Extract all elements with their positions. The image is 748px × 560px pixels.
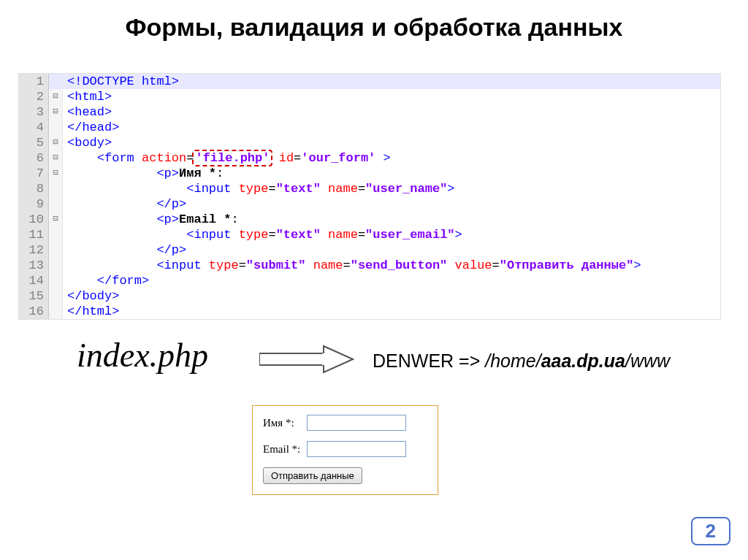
name-input[interactable] bbox=[307, 415, 406, 431]
code-content: <head> bbox=[63, 104, 720, 120]
email-label: Email *: bbox=[263, 443, 307, 456]
name-label: Имя *: bbox=[263, 417, 307, 429]
code-content: <form action='file.php' id='our_form' > bbox=[63, 150, 720, 166]
code-content: </body> bbox=[63, 288, 720, 304]
fold-icon[interactable]: ⊟ bbox=[49, 89, 63, 104]
fold-icon[interactable]: ⊟ bbox=[49, 135, 63, 150]
line-number: 1 bbox=[19, 74, 49, 89]
fold-icon bbox=[49, 120, 63, 135]
code-line: 5⊟<body> bbox=[19, 135, 720, 150]
path-pre: /home/ bbox=[485, 350, 541, 371]
line-number: 9 bbox=[19, 196, 49, 212]
code-content: <body> bbox=[63, 135, 720, 150]
code-line: 15</body> bbox=[19, 288, 720, 304]
code-line: 11 <input type="text" name="user_email"> bbox=[19, 227, 720, 242]
submit-button[interactable]: Отправить данные bbox=[263, 467, 362, 484]
fold-icon bbox=[49, 196, 63, 212]
form-preview: Имя *: Email *: Отправить данные bbox=[252, 405, 438, 495]
highlighted-value: 'file.php' bbox=[192, 150, 272, 166]
svg-rect-0 bbox=[259, 353, 324, 365]
fold-icon bbox=[49, 74, 63, 89]
code-line: 1<!DOCTYPE html> bbox=[19, 74, 720, 89]
line-number: 10 bbox=[19, 212, 49, 227]
path-prefix: DENWER => bbox=[373, 350, 485, 371]
code-line: 13 <input type="submit" name="send_butto… bbox=[19, 258, 720, 273]
arrow-icon bbox=[259, 343, 354, 375]
line-number: 16 bbox=[19, 304, 49, 319]
code-line: 9 </p> bbox=[19, 196, 720, 212]
path-post: /www bbox=[625, 350, 670, 371]
fold-icon[interactable]: ⊟ bbox=[49, 212, 63, 227]
fold-icon bbox=[49, 273, 63, 288]
line-number: 12 bbox=[19, 242, 49, 258]
page-number-badge: 2 bbox=[691, 517, 730, 545]
code-content: </p> bbox=[63, 196, 720, 212]
fold-icon[interactable]: ⊟ bbox=[49, 150, 63, 166]
code-line: 2⊟<html> bbox=[19, 89, 720, 104]
svg-marker-1 bbox=[324, 346, 353, 372]
code-content: <!DOCTYPE html> bbox=[63, 74, 720, 89]
fold-icon bbox=[49, 227, 63, 242]
code-content: <input type="text" name="user_name"> bbox=[63, 181, 720, 196]
code-line: 10⊟ <p>Email *: bbox=[19, 212, 720, 227]
fold-icon bbox=[49, 304, 63, 319]
code-line: 16</html> bbox=[19, 304, 720, 319]
code-content: <input type="text" name="user_email"> bbox=[63, 227, 720, 242]
code-content: <p>Имя *: bbox=[63, 166, 720, 181]
code-line: 14 </form> bbox=[19, 273, 720, 288]
line-number: 2 bbox=[19, 89, 49, 104]
line-number: 4 bbox=[19, 120, 49, 135]
fold-icon[interactable]: ⊟ bbox=[49, 166, 63, 181]
fold-icon bbox=[49, 258, 63, 273]
code-content: </html> bbox=[63, 304, 720, 319]
code-line: 6⊟ <form action='file.php' id='our_form'… bbox=[19, 150, 720, 166]
svg-rect-2 bbox=[322, 353, 325, 365]
code-content: <input type="submit" name="send_button" … bbox=[63, 258, 720, 273]
code-content: <p>Email *: bbox=[63, 212, 720, 227]
code-content: </p> bbox=[63, 242, 720, 258]
fold-icon[interactable]: ⊟ bbox=[49, 104, 63, 120]
line-number: 11 bbox=[19, 227, 49, 242]
code-line: 8 <input type="text" name="user_name"> bbox=[19, 181, 720, 196]
filename-label: index.php bbox=[77, 336, 208, 375]
code-content: <html> bbox=[63, 89, 720, 104]
code-editor: 1<!DOCTYPE html>2⊟<html>3⊟<head>4</head>… bbox=[18, 73, 721, 320]
deploy-path: DENWER => /home/aaa.dp.ua/www bbox=[373, 350, 670, 372]
code-content: </form> bbox=[63, 273, 720, 288]
code-line: 3⊟<head> bbox=[19, 104, 720, 120]
code-line: 12 </p> bbox=[19, 242, 720, 258]
code-line: 4</head> bbox=[19, 120, 720, 135]
line-number: 3 bbox=[19, 104, 49, 120]
code-content: </head> bbox=[63, 120, 720, 135]
code-line: 7⊟ <p>Имя *: bbox=[19, 166, 720, 181]
line-number: 5 bbox=[19, 135, 49, 150]
line-number: 13 bbox=[19, 258, 49, 273]
email-input[interactable] bbox=[307, 441, 406, 457]
fold-icon bbox=[49, 242, 63, 258]
line-number: 14 bbox=[19, 273, 49, 288]
path-domain: aaa.dp.ua bbox=[541, 350, 625, 371]
fold-icon bbox=[49, 288, 63, 304]
fold-icon bbox=[49, 181, 63, 196]
slide-title: Формы, валидация и обработка данных bbox=[0, 13, 748, 42]
line-number: 7 bbox=[19, 166, 49, 181]
line-number: 8 bbox=[19, 181, 49, 196]
line-number: 6 bbox=[19, 150, 49, 166]
line-number: 15 bbox=[19, 288, 49, 304]
